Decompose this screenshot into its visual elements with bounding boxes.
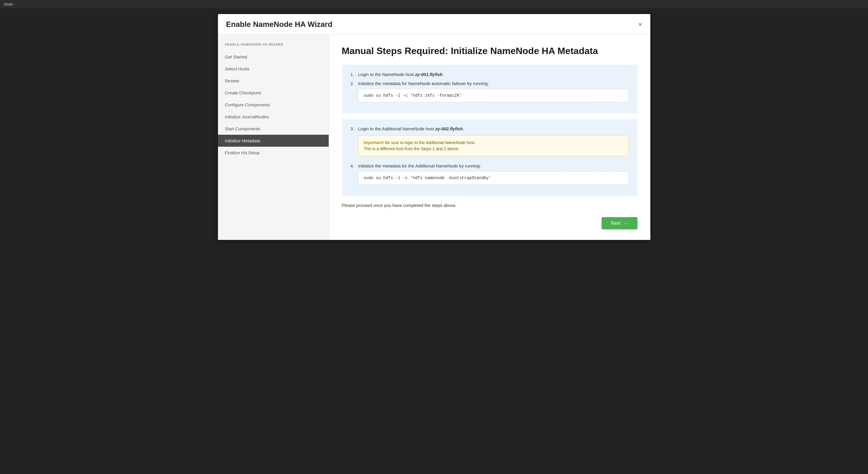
next-button[interactable]: Next →: [601, 217, 638, 229]
step-4-number: 4.: [350, 164, 356, 168]
sidebar-item-create-checkpoint[interactable]: Create Checkpoint: [218, 87, 329, 99]
main-page-title: Manual Steps Required: Initialize NameNo…: [342, 45, 638, 57]
main-content: Manual Steps Required: Initialize NameNo…: [329, 34, 650, 240]
sidebar-item-initialize-metadata[interactable]: Initialize Metadata: [218, 135, 329, 147]
important-box: Important! Be sure to login to the Addit…: [358, 135, 629, 156]
step-1-text: Login to the NameNode host zy-001.flyfis…: [358, 72, 629, 77]
sidebar-item-finalize-ha-setup[interactable]: Finalize HA Setup: [218, 147, 329, 159]
step-3: 3. Login to the Additional NameNode host…: [350, 126, 629, 159]
top-bar: Slider: [0, 0, 868, 8]
proceed-text: Please proceed once you have completed t…: [342, 203, 638, 208]
step-1-bold: zy-001.flyfish: [415, 72, 443, 77]
next-button-label: Next: [611, 220, 621, 226]
step-4: 4. Initialize the metadata for the Addit…: [350, 164, 629, 185]
step-2-code: sudo su hdfs -l -c 'hdfs zkfc -formatZK': [358, 89, 629, 102]
sidebar-item-get-started[interactable]: Get Started: [218, 51, 329, 63]
step-3-text-after: .: [463, 126, 464, 131]
close-button[interactable]: ×: [639, 21, 642, 28]
step-2-number: 2.: [350, 81, 356, 86]
step-3-number: 3.: [350, 126, 356, 131]
modal-body: ENABLE NAMENODE HA WIZARD Get StartedSel…: [218, 34, 650, 240]
sidebar-section-label: ENABLE NAMENODE HA WIZARD: [218, 43, 329, 51]
sidebar: ENABLE NAMENODE HA WIZARD Get StartedSel…: [218, 34, 329, 240]
step-list-2: 3. Login to the Additional NameNode host…: [350, 126, 629, 185]
modal: Enable NameNode HA Wizard × ENABLE NAMEN…: [218, 14, 650, 240]
step-2-text: Initialize the metadata for NameNode aut…: [358, 81, 629, 102]
step-list-1: 1. Login to the NameNode host zy-001.fly…: [350, 72, 629, 102]
sidebar-item-initialize-journalnodes[interactable]: Initialize JournalNodes: [218, 111, 329, 123]
step-3-bold: zy-002.flyfish: [435, 126, 463, 131]
step-1: 1. Login to the NameNode host zy-001.fly…: [350, 72, 629, 77]
step-box-1: 1. Login to the NameNode host zy-001.fly…: [342, 65, 638, 113]
footer-actions: Next →: [342, 215, 638, 229]
step-1-number: 1.: [350, 72, 356, 77]
important-line1: Be sure to login to the Additional NameN…: [385, 140, 476, 145]
top-bar-label: Slider: [3, 2, 13, 6]
step-1-text-after: .: [443, 72, 444, 77]
step-4-code: sudo su hdfs -l -c 'hdfs namenode -boots…: [358, 171, 629, 185]
sidebar-item-start-components[interactable]: Start Components: [218, 123, 329, 135]
next-button-arrow: →: [623, 220, 628, 226]
step-3-text-before: Login to the Additional NameNode host: [358, 126, 435, 131]
step-1-text-before: Login to the NameNode host: [358, 72, 415, 77]
step-4-text: Initialize the metadata for the Addition…: [358, 164, 629, 185]
step-2: 2. Initialize the metadata for NameNode …: [350, 81, 629, 102]
sidebar-item-select-hosts[interactable]: Select Hosts: [218, 63, 329, 75]
step-box-2: 3. Login to the Additional NameNode host…: [342, 119, 638, 196]
modal-overlay: Enable NameNode HA Wizard × ENABLE NAMEN…: [0, 8, 868, 474]
modal-title: Enable NameNode HA Wizard: [226, 20, 333, 29]
step-4-text-before: Initialize the metadata for the Addition…: [358, 164, 481, 168]
important-line2: This is a different host from the Steps …: [364, 146, 460, 151]
sidebar-item-configure-components[interactable]: Configure Components: [218, 99, 329, 111]
important-label: Important!: [364, 140, 384, 145]
step-2-text-before: Initialize the metadata for NameNode aut…: [358, 81, 489, 86]
sidebar-item-review[interactable]: Review: [218, 75, 329, 87]
step-3-text: Login to the Additional NameNode host zy…: [358, 126, 629, 159]
modal-header: Enable NameNode HA Wizard ×: [218, 14, 650, 34]
